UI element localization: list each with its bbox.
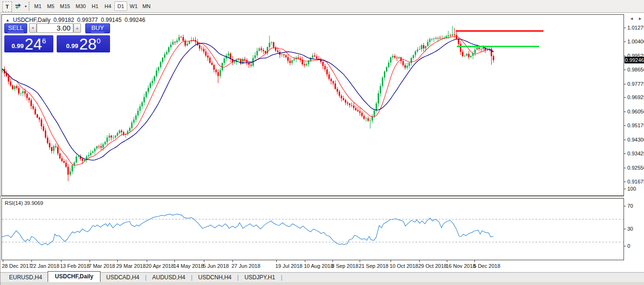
price-tick bbox=[624, 56, 626, 56]
date-tick bbox=[305, 260, 305, 262]
rsi-tick-label: 100 bbox=[627, 186, 636, 192]
arrows-tool-icon[interactable] bbox=[13, 1, 23, 11]
price-tick-label: 0.91675 bbox=[627, 179, 644, 184]
buy-button[interactable]: BUY bbox=[85, 23, 110, 33]
price-tick-label: 0.98650 bbox=[627, 67, 644, 72]
ohlc-open: 0.99182 bbox=[53, 17, 74, 23]
tab-scroll-right-icon[interactable]: ► bbox=[637, 16, 644, 21]
one-click-trade-panel: SELL ▼ 3.00 ▲ BUY 0.99 24 6 0.99 28 0 bbox=[4, 23, 110, 53]
date-tick-label: 3 Sep 2018 bbox=[332, 263, 358, 269]
volume-decrease-button[interactable]: ▼ bbox=[29, 23, 37, 33]
main-price-chart[interactable]: ▲ USDCHF,Daily 0.99182 0.99377 0.99145 0… bbox=[1, 14, 624, 196]
chart-title: ▲ USDCHF,Daily 0.99182 0.99377 0.99145 0… bbox=[6, 17, 147, 23]
date-axis[interactable]: 28 Dec 201722 Jan 201813 Feb 20187 Mar 2… bbox=[0, 260, 624, 272]
date-tick-label: 14 May 2018 bbox=[173, 263, 204, 269]
timeframe-button-mn[interactable]: MN bbox=[140, 1, 153, 11]
price-tick bbox=[624, 84, 626, 84]
timeframe-button-h4[interactable]: H4 bbox=[101, 1, 114, 11]
rsi-indicator-panel[interactable]: RSI(14) 39.9069 bbox=[1, 198, 624, 260]
sell-button[interactable]: SELL bbox=[4, 23, 27, 33]
timeframe-button-m5[interactable]: M5 bbox=[44, 1, 57, 11]
tab-separator: | bbox=[281, 274, 282, 282]
chart-tab-usdjpy-h1[interactable]: USDJPY,H1 bbox=[239, 273, 281, 282]
price-tick-label: 0.92550 bbox=[627, 165, 644, 171]
date-tick-label: 16 Nov 2018 bbox=[446, 263, 475, 269]
date-tick bbox=[90, 260, 90, 262]
sell-price-point: 6 bbox=[42, 37, 46, 45]
chart-tab-usdchf-daily[interactable]: USDCHF,Daily bbox=[48, 271, 101, 282]
buy-price-box[interactable]: 0.99 28 0 bbox=[57, 35, 110, 52]
timeframe-button-m1[interactable]: M1 bbox=[31, 1, 44, 11]
date-tick-label: 7 Mar 2018 bbox=[89, 263, 115, 269]
sell-price-base: 0.99 bbox=[11, 42, 23, 50]
price-tick bbox=[624, 182, 626, 182]
sell-price-box[interactable]: 0.99 24 6 bbox=[4, 35, 53, 52]
timeframe-bar: M1M5M15M30H1H4D1W1MN bbox=[31, 1, 153, 11]
timeframe-button-w1[interactable]: W1 bbox=[127, 1, 140, 11]
price-tick bbox=[624, 28, 626, 28]
chart-tab-eurusd-h4[interactable]: EURUSD,H4 bbox=[3, 273, 48, 282]
date-tick bbox=[276, 260, 277, 262]
date-tick bbox=[204, 260, 204, 262]
collapse-arrow-icon[interactable]: ▲ bbox=[6, 18, 10, 22]
rsi-tick-label: 0 bbox=[627, 243, 630, 249]
chart-tab-audusd-h4[interactable]: AUDUSD,H4 bbox=[147, 273, 191, 282]
price-tick-label: 0.95175 bbox=[627, 122, 644, 128]
timeframe-button-m15[interactable]: M15 bbox=[57, 1, 73, 11]
price-tick bbox=[624, 41, 626, 42]
date-tick-label: 20 Apr 2018 bbox=[146, 263, 174, 269]
rsi-tick bbox=[624, 206, 626, 206]
tab-scroll-left-icon[interactable]: ◄ bbox=[628, 16, 635, 21]
date-tick bbox=[174, 260, 175, 262]
buy-price-base: 0.99 bbox=[66, 42, 78, 50]
price-tick bbox=[624, 97, 626, 98]
timeframe-button-d1[interactable]: D1 bbox=[114, 1, 127, 11]
date-tick bbox=[3, 260, 3, 262]
swap-arrows-icon bbox=[14, 3, 22, 10]
date-tick-label: 27 Jun 2018 bbox=[231, 263, 261, 269]
ohlc-high: 0.99377 bbox=[77, 17, 98, 23]
timeframe-button-h1[interactable]: H1 bbox=[89, 1, 101, 11]
price-axis[interactable]: 1.012751.004000.995250.986500.977750.969… bbox=[624, 13, 644, 272]
current-price-tag: 0.99246 bbox=[624, 57, 644, 63]
rsi-tick bbox=[624, 246, 626, 246]
price-tick bbox=[624, 153, 626, 154]
date-tick-label: 19 Jul 2018 bbox=[275, 263, 302, 269]
volume-input[interactable]: 3.00 bbox=[37, 23, 73, 33]
price-tick bbox=[624, 125, 626, 126]
buy-price-point: 0 bbox=[97, 37, 101, 45]
volume-increase-button[interactable]: ▲ bbox=[73, 23, 81, 33]
chart-window: ▲ USDCHF,Daily 0.99182 0.99377 0.99145 0… bbox=[0, 13, 644, 285]
ohlc-low: 0.99145 bbox=[101, 17, 121, 23]
symbol-period-label: USDCHF,Daily bbox=[13, 17, 50, 23]
rsi-tick-label: 70 bbox=[627, 203, 633, 209]
text-tool-icon[interactable]: T bbox=[2, 1, 12, 12]
price-tick-label: 1.01275 bbox=[627, 25, 644, 31]
toolbar-grip[interactable] bbox=[29, 2, 30, 10]
date-tick-label: 10 Oct 2018 bbox=[390, 263, 418, 269]
timeframe-button-m30[interactable]: M30 bbox=[73, 1, 89, 11]
chart-tab-usdcad-h4[interactable]: USDCAD,H4 bbox=[101, 273, 145, 282]
dropdown-caret-icon[interactable]: ▼ bbox=[23, 1, 28, 11]
date-tick bbox=[232, 260, 233, 262]
rsi-chart-canvas[interactable] bbox=[2, 199, 624, 260]
date-tick-label: 5 Dec 2018 bbox=[473, 263, 500, 269]
date-tick bbox=[474, 260, 475, 262]
price-tick-label: 0.94300 bbox=[627, 137, 644, 142]
date-tick-label: 28 Dec 2017 bbox=[2, 263, 31, 269]
buy-button-label: BUY bbox=[91, 24, 105, 32]
chart-tab-usdcnh-h4[interactable]: USDCNH,H4 bbox=[192, 273, 237, 282]
date-tick-label: 21 Sep 2018 bbox=[359, 263, 388, 269]
sell-price-pips: 24 bbox=[25, 36, 42, 52]
rsi-tick bbox=[624, 189, 626, 189]
price-tick bbox=[624, 70, 626, 70]
date-tick-label: 22 Jan 2018 bbox=[30, 263, 60, 269]
rsi-label: RSI(14) 39.9069 bbox=[5, 200, 43, 206]
price-tick-label: 1.00400 bbox=[627, 39, 644, 44]
date-tick bbox=[332, 260, 333, 262]
date-tick-label: 29 Oct 2018 bbox=[418, 263, 447, 269]
date-tick bbox=[360, 260, 360, 262]
ohlc-close: 0.99246 bbox=[125, 17, 145, 23]
toolbar: T ▼ M1M5M15M30H1H4D1W1MN bbox=[0, 0, 644, 13]
mt4-window: T ▼ M1M5M15M30H1H4D1W1MN ▲ USDCHF,Daily … bbox=[0, 0, 644, 285]
